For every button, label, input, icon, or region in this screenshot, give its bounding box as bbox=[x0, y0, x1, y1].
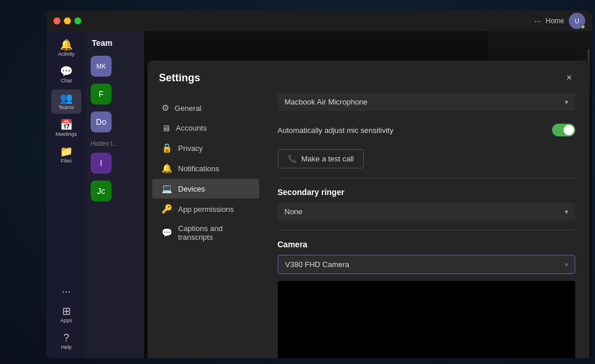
apps-icon: ⊞ bbox=[62, 306, 71, 316]
settings-nav-notifications[interactable]: 🔔 Notifications bbox=[152, 158, 259, 178]
settings-header: Settings × bbox=[148, 60, 589, 93]
nav-sidebar: 🔔 Activity 💬 Chat 👥 Teams 📅 Meetings 📁 F… bbox=[46, 31, 86, 358]
notifications-icon: 🔔 bbox=[162, 163, 173, 174]
test-call-label: Make a test call bbox=[302, 154, 354, 163]
secondary-ringer-field: None ▾ bbox=[278, 203, 575, 221]
list-item[interactable]: MK bbox=[86, 52, 144, 80]
teams-panel-title: Team bbox=[86, 36, 144, 52]
settings-nav-privacy[interactable]: 🔒 Privacy bbox=[152, 138, 259, 158]
secondary-ringer-heading: Secondary ringer bbox=[278, 188, 575, 197]
list-item[interactable]: Do bbox=[86, 108, 144, 136]
settings-title: Settings bbox=[159, 72, 200, 84]
chat-label: Chat bbox=[60, 78, 71, 84]
devices-icon: 💻 bbox=[162, 183, 173, 194]
auto-adjust-toggle[interactable] bbox=[552, 124, 575, 136]
settings-nav-captions[interactable]: 💬 Captions and transcripts bbox=[152, 219, 259, 246]
meetings-label: Meetings bbox=[56, 131, 77, 137]
captions-label: Captions and transcripts bbox=[178, 224, 250, 242]
settings-nav-app-permissions[interactable]: 🔑 App permissions bbox=[152, 199, 259, 219]
settings-modal-overlay: Settings × ⚙ General 🖥 bbox=[144, 31, 592, 358]
main-area: 🔔 Activity 💬 Chat 👥 Teams 📅 Meetings 📁 F… bbox=[46, 31, 592, 358]
sidebar-item-help[interactable]: ? Help bbox=[51, 329, 81, 354]
home-label: Home bbox=[546, 17, 564, 25]
mic-select[interactable]: Macbook Air Microphone bbox=[278, 93, 575, 111]
traffic-lights bbox=[53, 17, 81, 24]
general-icon: ⚙ bbox=[162, 103, 169, 113]
list-item[interactable]: F bbox=[86, 80, 144, 108]
secondary-ringer-select[interactable]: None bbox=[278, 203, 575, 221]
sidebar-item-more[interactable]: ··· bbox=[51, 283, 81, 300]
teams-label: Teams bbox=[59, 104, 74, 110]
list-item[interactable]: Jc bbox=[86, 177, 144, 205]
help-label: Help bbox=[61, 344, 72, 350]
avatar[interactable]: U bbox=[569, 13, 585, 29]
close-button[interactable] bbox=[53, 17, 60, 24]
help-icon: ? bbox=[63, 333, 69, 343]
accounts-icon: 🖥 bbox=[162, 123, 170, 133]
apps-label: Apps bbox=[60, 318, 73, 323]
app-window: ··· Home U 🔔 Activity 💬 Chat 👥 Team bbox=[46, 10, 592, 358]
settings-modal: Settings × ⚙ General 🖥 bbox=[148, 60, 589, 358]
activity-icon: 🔔 bbox=[60, 39, 73, 50]
camera-preview: Preview bbox=[278, 281, 575, 358]
titlebar-right: ··· Home U bbox=[534, 13, 585, 29]
settings-nav-devices[interactable]: 💻 Devices bbox=[152, 179, 259, 199]
avatar: I bbox=[91, 153, 112, 174]
ellipsis-icon: ··· bbox=[534, 16, 541, 26]
divider bbox=[278, 178, 575, 178]
settings-nav-accounts[interactable]: 🖥 Accounts bbox=[152, 118, 259, 138]
chat-icon: 💬 bbox=[60, 66, 73, 77]
sidebar-item-meetings[interactable]: 📅 Meetings bbox=[51, 116, 81, 140]
auto-adjust-row: Automatically adjust mic sensitivity bbox=[278, 118, 575, 142]
list-item[interactable]: I bbox=[86, 149, 144, 177]
avatar: Jc bbox=[91, 181, 112, 201]
presence-indicator bbox=[580, 24, 585, 29]
toggle-knob bbox=[564, 125, 574, 135]
minimize-button[interactable] bbox=[64, 17, 71, 24]
more-icon: ··· bbox=[62, 286, 70, 297]
settings-nav: ⚙ General 🖥 Accounts 🔒 Privacy bbox=[148, 93, 264, 358]
avatar: Do bbox=[91, 111, 112, 132]
avatar: F bbox=[91, 84, 112, 104]
camera-dropdown-field: V380 FHD Camera ▾ bbox=[278, 255, 575, 274]
home-button[interactable]: Home bbox=[546, 17, 564, 25]
teams-panel: Team MK F Do Hidden t... I Jc bbox=[86, 31, 144, 358]
hidden-section-label: Hidden t... bbox=[86, 136, 144, 149]
content-area: 🤔 Open the FA Settings × bbox=[144, 31, 592, 358]
auto-adjust-label: Automatically adjust mic sensitivity bbox=[278, 126, 393, 135]
privacy-label: Privacy bbox=[178, 144, 203, 153]
divider bbox=[278, 230, 575, 230]
privacy-icon: 🔒 bbox=[162, 143, 173, 153]
sidebar-item-files[interactable]: 📁 Files bbox=[51, 143, 81, 167]
mic-dropdown-field: Macbook Air Microphone ▾ bbox=[278, 93, 575, 111]
activity-label: Activity bbox=[58, 51, 75, 57]
camera-select[interactable]: V380 FHD Camera bbox=[278, 255, 575, 274]
avatar: MK bbox=[91, 56, 112, 77]
settings-nav-general[interactable]: ⚙ General bbox=[152, 98, 259, 118]
close-button[interactable]: × bbox=[561, 70, 578, 86]
settings-content: Macbook Air Microphone ▾ Automatically a… bbox=[264, 93, 589, 358]
app-permissions-label: App permissions bbox=[178, 205, 234, 214]
sidebar-item-apps[interactable]: ⊞ Apps bbox=[51, 302, 81, 327]
files-label: Files bbox=[60, 158, 71, 164]
settings-body: ⚙ General 🖥 Accounts 🔒 Privacy bbox=[148, 93, 589, 358]
phone-icon: 📞 bbox=[288, 154, 297, 163]
accounts-label: Accounts bbox=[176, 124, 207, 132]
devices-label: Devices bbox=[178, 185, 205, 193]
general-label: General bbox=[175, 104, 202, 113]
camera-heading: Camera bbox=[278, 240, 575, 249]
test-call-button[interactable]: 📞 Make a test call bbox=[278, 149, 364, 168]
sidebar-item-activity[interactable]: 🔔 Activity bbox=[51, 36, 81, 60]
app-permissions-icon: 🔑 bbox=[162, 204, 173, 214]
meetings-icon: 📅 bbox=[60, 120, 73, 130]
files-icon: 📁 bbox=[60, 146, 73, 157]
titlebar: ··· Home U bbox=[46, 10, 592, 31]
notifications-label: Notifications bbox=[178, 164, 220, 173]
fullscreen-button[interactable] bbox=[74, 17, 81, 24]
sidebar-item-chat[interactable]: 💬 Chat bbox=[51, 63, 81, 87]
captions-icon: 💬 bbox=[162, 228, 173, 238]
teams-icon: 👥 bbox=[60, 93, 73, 103]
sidebar-item-teams[interactable]: 👥 Teams bbox=[51, 89, 81, 114]
